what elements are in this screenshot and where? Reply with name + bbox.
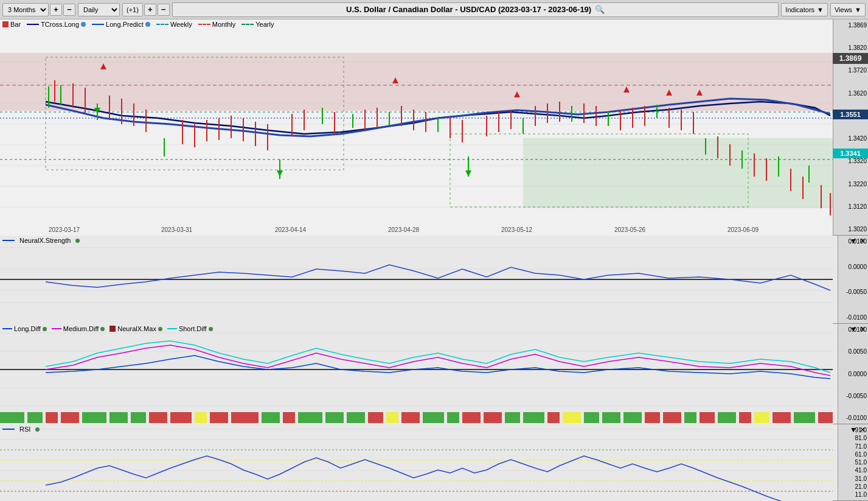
svg-rect-117 [231,412,259,423]
diff-axis-label-2: 0.0050 [839,348,867,355]
svg-text:2023-04-14: 2023-04-14 [275,226,307,233]
period-add-button[interactable]: + [50,4,62,16]
rsi-axis-31: 31.0 [839,475,867,482]
svg-rect-125 [401,412,420,423]
svg-rect-141 [718,412,736,423]
price-label-1: 1.3869 [835,22,867,29]
neuralx-axis-label-2: 0.0000 [839,264,867,270]
neuralx-close-button[interactable]: ✕ [859,237,866,245]
diff-close-button[interactable]: ✕ [859,325,866,334]
price-label-10: 1.3020 [835,226,867,233]
neuralx-strength-panel: NeuralX.Strength ▼ ✕ 0.0100 0.0000 -0.00… [0,236,868,324]
svg-text:2023-04-28: 2023-04-28 [388,226,420,233]
indicators-dropdown-icon: ▼ [817,6,824,13]
svg-rect-135 [602,412,620,423]
tcross-legend-icon [27,24,39,25]
tcross-dot [81,22,86,27]
indicators-group: Indicators ▼ [781,3,828,16]
legend-long-predict: Long.Predict [92,21,150,28]
rsi-axis-61: 61.0 [839,451,867,458]
svg-rect-109 [61,412,79,423]
svg-rect-110 [82,412,106,423]
svg-rect-124 [386,412,398,423]
price-label-7: 1.3320 [835,158,867,164]
legend-weekly: Weekly [156,21,192,28]
neuralxmax-dot [158,327,162,331]
svg-text:2023-06-09: 2023-06-09 [727,226,759,233]
rsi-axis-11: 11.0 [839,491,867,498]
yearly-legend-icon [241,24,254,25]
svg-rect-133 [563,412,581,423]
svg-rect-136 [623,412,642,423]
diff-axis-label-3: 0.0000 [839,371,867,377]
diff-axis-label-4: -0.0050 [839,393,867,399]
svg-rect-1 [0,53,833,111]
svg-rect-139 [684,412,696,423]
svg-text:2023-05-12: 2023-05-12 [501,226,533,233]
diff-legend-neuralxmax: NeuralX.Max [109,325,162,332]
weekly-legend-label: Weekly [170,21,192,28]
diff-axis-label-5: -0.0100 [839,415,867,421]
diff-collapse-button[interactable]: ▼ [850,325,857,334]
period-remove-button[interactable]: − [63,4,75,16]
svg-rect-115 [195,412,207,423]
toolbar: 3 Months 1 Day1 Week1 Month 6 Months1 Ye… [0,0,868,19]
main-chart-legend: Bar TCross.Long Long.Predict Weekly Mont… [2,21,274,28]
weekly-legend-icon [156,24,168,25]
price-label-6: 1.3420 [835,135,867,142]
long-predict-legend-label: Long.Predict [106,21,144,28]
search-icon[interactable]: 🔍 [595,5,605,14]
timeframe-select[interactable]: Daily 1 Min5 Min15 Min 30 Min1 HourWeekl… [78,3,120,16]
diff-legend-medium: Medium.Diff [52,325,105,332]
rsi-axis-71: 71.0 [839,443,867,450]
period-select[interactable]: 3 Months 1 Day1 Week1 Month 6 Months1 Ye… [2,3,49,16]
neuralx-legend-line [2,240,15,241]
chart-title: U.S. Dollar / Canadian Dollar - USD/CAD … [172,2,779,17]
svg-rect-134 [584,412,599,423]
views-group: Views ▼ [830,3,866,16]
neuralx-axis-label-3: -0.0050 [839,289,867,295]
neuralx-collapse-button[interactable]: ▼ [850,237,857,245]
diff-controls: ▼ ✕ [850,325,866,334]
rsi-axis: 91.0 81.0 71.0 61.0 51.0 41.0 31.0 21.0 … [838,424,868,500]
indicators-button[interactable]: Indicators ▼ [781,3,828,16]
neuralx-controls: ▼ ✕ [850,237,866,245]
medium-diff-label: Medium.Diff [63,325,99,332]
svg-text:2023-05-26: 2023-05-26 [614,226,646,233]
long-diff-icon [2,328,12,329]
rsi-legend-line [2,429,15,430]
timeframe-group: Daily 1 Min5 Min15 Min 30 Min1 HourWeekl… [78,3,120,16]
short-diff-label: Short.Diff [179,325,207,332]
rsi-collapse-button[interactable]: ▼ [850,426,857,434]
neuralxmax-icon [109,326,116,332]
diff-header: Long.Diff Medium.Diff NeuralX.Max Short.… [2,325,213,332]
svg-rect-130 [505,412,520,423]
price-label-2: 1.3820 [835,44,867,51]
svg-rect-114 [170,412,192,423]
legend-bar: Bar [2,21,21,28]
rsi-axis-81: 81.0 [839,435,867,441]
long-diff-label: Long.Diff [14,325,41,332]
offset-remove-button[interactable]: − [158,4,170,16]
last-price-badge: 1.3341 [833,149,868,158]
legend-tcross-long: TCross.Long [27,21,86,28]
views-button[interactable]: Views ▼ [830,3,866,16]
tcross-legend-label: TCross.Long [41,21,79,28]
neuralx-dot [75,239,80,243]
rsi-header: RSI [2,426,40,433]
main-price-axis: 1.3869 1.3820 1.3720 1.3620 1.3520 1.342… [833,19,868,235]
price-label-3: 1.3720 [835,67,867,74]
bar-legend-label: Bar [10,21,21,28]
neuralx-axis: 0.0100 0.0000 -0.0050 -0.0100 [838,236,868,323]
price-label-8: 1.3220 [835,181,867,187]
offset-add-button[interactable]: + [144,4,156,16]
bar-legend-icon [2,21,9,27]
rsi-title: RSI [19,426,30,433]
svg-rect-138 [663,412,681,423]
svg-rect-112 [131,412,146,423]
rsi-chart-svg [0,424,833,501]
svg-rect-120 [298,412,322,423]
rsi-axis-21: 21.0 [839,483,867,490]
medium-diff-icon [52,328,61,329]
rsi-close-button[interactable]: ✕ [859,426,866,434]
